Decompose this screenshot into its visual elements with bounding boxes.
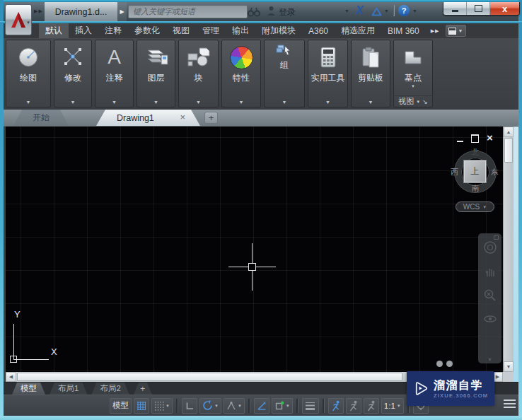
scroll-up-icon[interactable]: ▲ bbox=[504, 127, 514, 137]
base-point-button[interactable]: 基点 ▼ bbox=[394, 40, 432, 95]
a360-triangle-icon[interactable] bbox=[371, 7, 382, 16]
lineweight-button[interactable] bbox=[302, 398, 319, 414]
chevron-down-icon[interactable]: ▼ bbox=[238, 404, 242, 408]
panel-draw-expander[interactable]: ▼ bbox=[6, 97, 50, 107]
layout-tab-layout1[interactable]: 布局1 bbox=[50, 383, 87, 395]
pan-hand-icon[interactable] bbox=[484, 265, 497, 278]
sign-in-button[interactable]: 登录 bbox=[279, 6, 296, 18]
panel-block-button[interactable]: 块 bbox=[179, 40, 218, 97]
annotation-scale-icon bbox=[366, 400, 376, 412]
file-tab-drawing1[interactable]: Drawing1 × bbox=[96, 110, 200, 126]
navbar-more-icon[interactable]: ▼ bbox=[478, 357, 501, 362]
file-tab-start[interactable]: 开始 bbox=[13, 110, 69, 126]
ribbon-tab-addins[interactable]: 附加模块 bbox=[255, 23, 302, 38]
horizontal-scroll-thumb[interactable] bbox=[17, 373, 402, 381]
ribbon-display-toggle[interactable]: ▼ bbox=[446, 25, 466, 37]
viewcube-east[interactable]: 东 bbox=[491, 167, 499, 177]
scroll-left-icon[interactable]: ◀ bbox=[6, 372, 16, 382]
ribbon-tab-output[interactable]: 输出 bbox=[226, 23, 255, 38]
polar-tracking-button[interactable]: ▼ bbox=[199, 398, 221, 414]
layout-tab-model[interactable]: 模型 bbox=[12, 383, 45, 395]
panel-annotate-button[interactable]: A 注释 bbox=[95, 40, 133, 97]
orbit-icon[interactable] bbox=[483, 313, 497, 325]
panel-group-expander[interactable]: ▼ bbox=[265, 97, 304, 107]
drawing-close-icon[interactable]: × bbox=[487, 133, 493, 143]
model-space-button[interactable]: 模型 bbox=[110, 398, 132, 414]
panel-annotate-expander[interactable]: ▼ bbox=[95, 97, 133, 107]
ribbon-tab-manage[interactable]: 管理 bbox=[196, 23, 226, 38]
wcs-dropdown[interactable]: WCS ▼ bbox=[456, 202, 494, 212]
isometric-drafting-button[interactable]: ▼ bbox=[224, 398, 245, 414]
grid-display-button[interactable] bbox=[134, 398, 149, 414]
help-button[interactable]: ? bbox=[398, 5, 410, 16]
snap-mode-button[interactable]: ▼ bbox=[151, 398, 173, 414]
minimize-button[interactable] bbox=[443, 2, 467, 15]
panel-modify-button[interactable]: 修改 bbox=[54, 40, 91, 97]
ribbon-tabs-overflow-icon[interactable]: ▶▶ bbox=[431, 28, 440, 34]
object-snap-button[interactable]: ▼ bbox=[272, 398, 293, 414]
osnap-icon bbox=[274, 401, 284, 411]
ribbon-tab-annotate[interactable]: 注释 bbox=[98, 23, 128, 38]
chevron-down-icon[interactable]: ▼ bbox=[214, 404, 219, 408]
annotation-visibility-button[interactable] bbox=[328, 398, 344, 414]
ribbon-tab-insert[interactable]: 插入 bbox=[69, 23, 98, 38]
viewcube-top-face[interactable]: 上 bbox=[463, 160, 487, 183]
view-panel-footer[interactable]: 视图 ▼ ↘ bbox=[394, 95, 432, 107]
object-snap-tracking-button[interactable] bbox=[254, 398, 269, 414]
panel-draw-button[interactable]: 绘图 bbox=[6, 40, 50, 97]
new-tab-button[interactable]: + bbox=[204, 112, 218, 124]
vertical-scroll-thumb[interactable] bbox=[504, 138, 513, 163]
drawing-restore-icon[interactable] bbox=[471, 134, 479, 143]
ribbon-tab-parametric[interactable]: 参数化 bbox=[128, 23, 166, 38]
viewcube[interactable]: 北 西 上 东 南 WCS ▼ bbox=[446, 147, 503, 213]
watermark-badge: 溜溜自学 ZIXUE.3066.COM bbox=[407, 371, 494, 406]
chevron-down-icon[interactable]: ▼ bbox=[286, 404, 290, 408]
panel-clipboard-button[interactable]: 剪贴板 bbox=[352, 40, 390, 97]
a360-dropdown-icon[interactable]: ▼ bbox=[384, 8, 389, 13]
chevron-down-icon[interactable]: ▼ bbox=[166, 404, 170, 408]
panel-launcher-icon[interactable]: ↘ bbox=[422, 98, 428, 105]
panel-layers-expander[interactable]: ▼ bbox=[137, 97, 175, 107]
annotation-scale-list-button[interactable] bbox=[364, 398, 379, 414]
chevron-down-icon[interactable]: ▼ bbox=[397, 404, 401, 408]
ortho-mode-button[interactable] bbox=[182, 398, 197, 414]
search-binoculars-icon[interactable] bbox=[247, 6, 261, 17]
panel-group-button[interactable]: 组 bbox=[265, 40, 304, 97]
annotation-autoscale-button[interactable] bbox=[346, 398, 361, 414]
maximize-button[interactable] bbox=[467, 2, 490, 15]
close-button[interactable]: x bbox=[490, 2, 519, 15]
panel-clipboard-expander[interactable]: ▼ bbox=[352, 97, 390, 107]
ribbon-tab-view[interactable]: 视图 bbox=[166, 23, 196, 38]
ribbon-tab-home[interactable]: 默认 bbox=[39, 23, 69, 38]
panel-properties-expander[interactable]: ▼ bbox=[222, 97, 260, 107]
navigation-wheel-icon[interactable] bbox=[483, 240, 497, 255]
drawing-canvas[interactable]: × 北 西 上 东 南 WCS ▼ bbox=[6, 127, 503, 372]
panel-modify-expander[interactable]: ▼ bbox=[54, 97, 91, 107]
panel-utilities-button[interactable]: 实用工具 bbox=[308, 40, 347, 97]
panel-layers-button[interactable]: 图层 bbox=[137, 40, 175, 97]
sign-in-dropdown-icon[interactable]: ▼ bbox=[344, 8, 349, 13]
zoom-magnifier-icon[interactable] bbox=[483, 288, 497, 303]
panel-block-expander[interactable]: ▼ bbox=[179, 97, 218, 107]
exchange-x-icon[interactable]: X bbox=[356, 4, 364, 17]
customization-menu-button[interactable] bbox=[504, 399, 516, 408]
panel-utilities-expander[interactable]: ▼ bbox=[308, 97, 347, 107]
drawing-minimize-icon[interactable] bbox=[457, 141, 463, 142]
scroll-down-icon[interactable]: ▼ bbox=[504, 361, 514, 372]
vertical-scrollbar[interactable]: ▲ ▼ bbox=[503, 127, 514, 372]
layout-tab-layout2[interactable]: 布局2 bbox=[91, 383, 129, 395]
help-dropdown-icon[interactable]: ▼ bbox=[412, 8, 417, 13]
document-title-arrow-icon[interactable]: ▶ bbox=[117, 2, 127, 21]
viewcube-west[interactable]: 西 bbox=[451, 167, 458, 177]
panel-properties-button[interactable]: 特性 bbox=[222, 40, 260, 97]
close-icon[interactable]: × bbox=[180, 112, 185, 122]
search-input[interactable]: 键入关键字或短语 bbox=[128, 5, 248, 18]
quick-access-expand-icon[interactable]: ▶▶ bbox=[34, 8, 43, 14]
annotation-scale-value-button[interactable]: 1:1 ▼ bbox=[381, 398, 404, 414]
ribbon-tab-a360[interactable]: A360 bbox=[302, 23, 335, 38]
viewcube-south[interactable]: 南 bbox=[446, 183, 503, 194]
new-layout-button[interactable]: + bbox=[134, 383, 152, 395]
ribbon-tab-bim360[interactable]: BIM 360 bbox=[381, 23, 426, 38]
application-menu-button[interactable]: ▼ bbox=[5, 4, 32, 35]
ribbon-tab-featured-apps[interactable]: 精选应用 bbox=[335, 23, 381, 38]
